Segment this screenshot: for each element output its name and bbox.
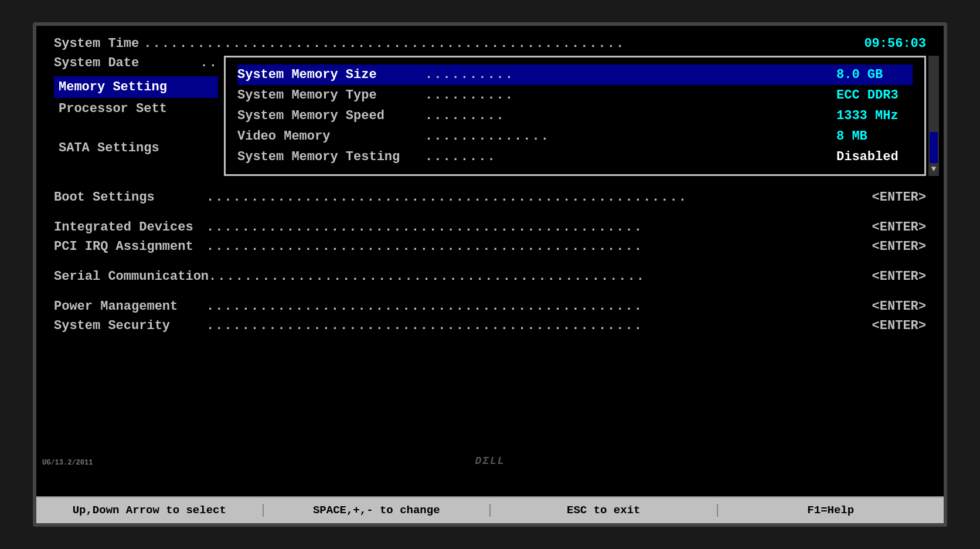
popup-value-system-memory-size: 8.0 GB <box>831 67 913 82</box>
menu-value-pci-irq-assignment: <ENTER> <box>872 239 926 254</box>
menu-row-serial-communication[interactable]: Serial Communication ...................… <box>54 267 926 286</box>
menu-label-integrated-devices: Integrated Devices <box>54 220 206 235</box>
footer-label: UG/13.2/2011 <box>42 459 93 467</box>
popup-row-system-memory-size[interactable]: System Memory Size .......... 8.0 GB <box>237 65 913 85</box>
left-panel: System Date .. Memory Setting Processor … <box>54 56 218 176</box>
scrollbar[interactable]: ▼ <box>928 56 939 176</box>
monitor: System Time ............................… <box>33 22 947 527</box>
popup-dots-0: .......... <box>425 67 831 82</box>
menu-value-serial-communication: <ENTER> <box>872 269 926 284</box>
gap-3 <box>54 286 926 297</box>
popup-dots-3: .............. <box>425 129 831 144</box>
menu-row-system-security[interactable]: System Security ........................… <box>54 316 926 336</box>
system-time-row: System Time ............................… <box>54 36 926 51</box>
menu-value-system-security: <ENTER> <box>872 318 926 333</box>
popup-label-video-memory: Video Memory <box>237 129 425 144</box>
scrollbar-down-arrow: ▼ <box>928 164 939 176</box>
left-menu: Memory Setting Processor Sett SATA Setti… <box>54 76 218 159</box>
popup-row-system-memory-type[interactable]: System Memory Type .......... ECC DDR3 <box>237 85 913 106</box>
popup-area: System Memory Size .......... 8.0 GB Sys… <box>218 56 926 176</box>
menu-label-pci-irq-assignment: PCI IRQ Assignment <box>54 239 206 254</box>
gap <box>54 120 218 137</box>
status-help-hint: F1=Help <box>718 504 944 517</box>
status-exit-hint: ESC to exit <box>491 504 718 517</box>
popup-dots-1: .......... <box>425 88 831 103</box>
popup-value-system-memory-speed: 1333 MHz <box>831 109 913 123</box>
sidebar-item-processor-sett[interactable]: Processor Sett <box>54 98 218 120</box>
popup-label-system-memory-testing: System Memory Testing <box>237 150 425 164</box>
menu-dots-pci-irq-assignment: ........................................… <box>206 239 872 254</box>
gap-1 <box>54 207 926 218</box>
bottom-menu: Boot Settings ..........................… <box>54 188 926 336</box>
menu-value-boot-settings: <ENTER> <box>872 190 926 205</box>
menu-dots-integrated-devices: ........................................… <box>206 220 872 235</box>
popup-dots-4: ........ <box>425 150 831 164</box>
popup-value-system-memory-testing: Disabled <box>831 150 913 164</box>
menu-row-boot-settings[interactable]: Boot Settings ..........................… <box>54 188 926 207</box>
menu-label-power-management: Power Management <box>54 299 206 314</box>
menu-dots-system-security: ........................................… <box>206 318 872 333</box>
popup-label-system-memory-speed: System Memory Speed <box>237 109 425 123</box>
system-date-dots: .. <box>200 56 218 70</box>
menu-label-boot-settings: Boot Settings <box>54 190 206 205</box>
popup-label-system-memory-size: System Memory Size <box>237 67 425 82</box>
menu-row-power-management[interactable]: Power Management .......................… <box>54 297 926 316</box>
status-nav-hint: Up,Down Arrow to select <box>36 504 264 517</box>
system-time-value: 09:56:03 <box>864 36 926 51</box>
popup-row-system-memory-testing[interactable]: System Memory Testing ........ Disabled <box>237 147 913 167</box>
bios-screen: System Time ............................… <box>36 26 944 496</box>
menu-row-integrated-devices[interactable]: Integrated Devices .....................… <box>54 218 926 237</box>
popup-label-system-memory-type: System Memory Type <box>237 88 425 103</box>
sidebar-item-memory-setting[interactable]: Memory Setting <box>54 76 218 98</box>
popup-row-video-memory[interactable]: Video Memory .............. 8 MB <box>237 126 913 147</box>
popup-box: System Memory Size .......... 8.0 GB Sys… <box>224 56 926 176</box>
system-date-label: System Date <box>54 56 139 70</box>
dell-logo: DΣLL <box>475 455 505 467</box>
menu-dots-power-management: ........................................… <box>206 299 872 314</box>
gap-2 <box>54 256 926 267</box>
menu-value-integrated-devices: <ENTER> <box>872 220 926 235</box>
popup-row-system-memory-speed[interactable]: System Memory Speed ......... 1333 MHz <box>237 106 913 126</box>
system-time-dots: ........................................… <box>144 36 859 51</box>
popup-value-video-memory: 8 MB <box>831 129 913 144</box>
sidebar-item-sata-settings[interactable]: SATA Settings <box>54 137 218 159</box>
menu-label-system-security: System Security <box>54 318 206 333</box>
menu-dots-serial-communication: ........................................… <box>209 269 872 284</box>
menu-dots-boot-settings: ........................................… <box>206 190 872 205</box>
menu-row-pci-irq-assignment[interactable]: PCI IRQ Assignment .....................… <box>54 237 926 256</box>
system-time-label: System Time <box>54 36 139 51</box>
popup-value-system-memory-type: ECC DDR3 <box>831 88 913 103</box>
status-bar: Up,Down Arrow to select SPACE,+,- to cha… <box>36 496 944 523</box>
menu-label-serial-communication: Serial Communication <box>54 269 209 284</box>
popup-dots-2: ......... <box>425 109 831 123</box>
system-date-row: System Date .. <box>54 56 218 70</box>
status-change-hint: SPACE,+,- to change <box>264 504 491 517</box>
menu-value-power-management: <ENTER> <box>872 299 926 314</box>
main-area: System Date .. Memory Setting Processor … <box>54 56 926 176</box>
scrollbar-thumb <box>930 132 938 163</box>
